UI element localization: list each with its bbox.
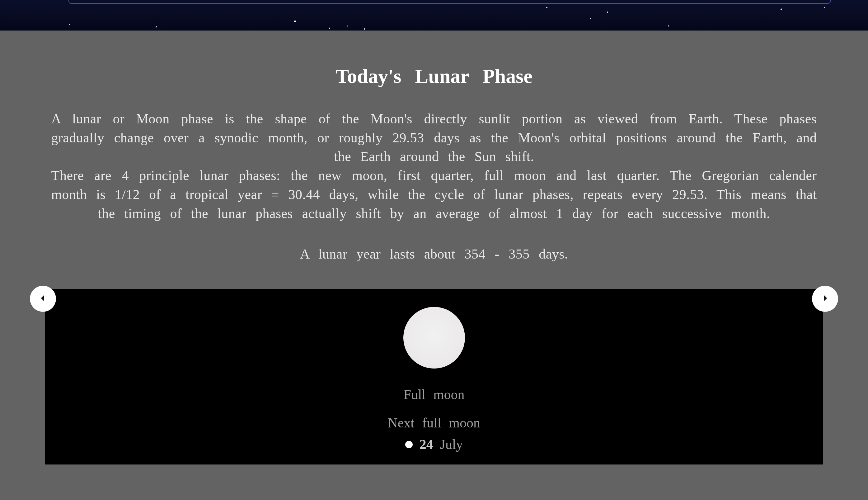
carousel-prev-button[interactable] [30,286,56,312]
search-bar-outline [69,0,831,4]
intro-paragraph-2: There are 4 principle lunar phases: the … [51,166,817,223]
page-title: Today's Lunar Phase [336,65,532,88]
lunar-carousel: Full moon Next full moon 24 July [0,289,868,465]
next-full-moon-date: 24 July [405,436,463,452]
current-phase-label: Full moon [403,387,464,402]
next-full-moon-month: July [440,436,463,452]
page-body: Today's Lunar Phase A lunar or Moon phas… [0,31,868,500]
sky-banner [0,0,868,31]
intro-paragraph-1: A lunar or Moon phase is the shape of th… [51,110,817,166]
chevron-right-icon [820,294,830,304]
mini-moon-icon [405,441,413,448]
next-full-moon-label: Next full moon [388,415,480,431]
intro-copy: A lunar or Moon phase is the shape of th… [51,110,817,264]
chevron-left-icon [38,294,48,304]
moon-icon [403,307,465,368]
intro-paragraph-3: A lunar year lasts about 354 - 355 days. [51,245,817,264]
lunar-panel: Full moon Next full moon 24 July [45,289,823,465]
next-full-moon-day: 24 [420,436,433,452]
carousel-next-button[interactable] [812,286,838,312]
